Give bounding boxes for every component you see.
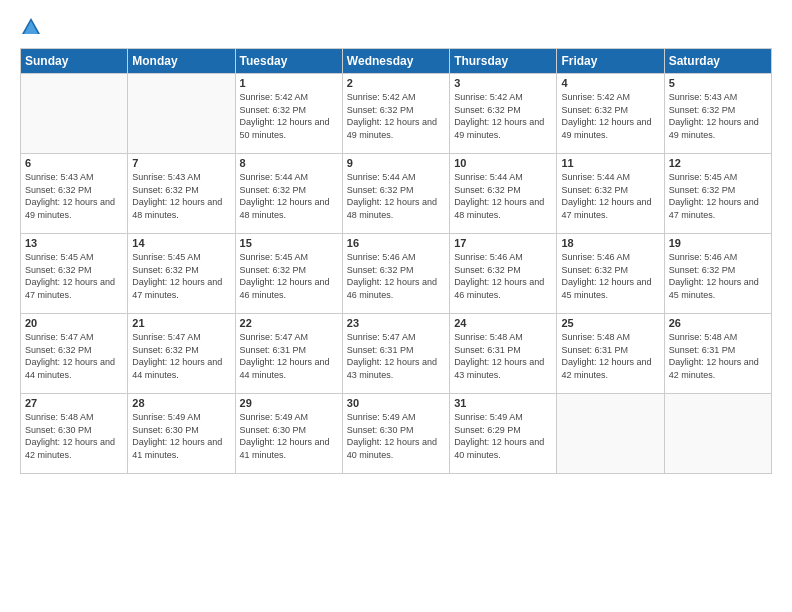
day-number: 24 bbox=[454, 317, 552, 329]
calendar-cell: 15Sunrise: 5:45 AM Sunset: 6:32 PM Dayli… bbox=[235, 234, 342, 314]
calendar-cell: 11Sunrise: 5:44 AM Sunset: 6:32 PM Dayli… bbox=[557, 154, 664, 234]
calendar-cell bbox=[557, 394, 664, 474]
day-number: 15 bbox=[240, 237, 338, 249]
day-number: 22 bbox=[240, 317, 338, 329]
day-info: Sunrise: 5:44 AM Sunset: 6:32 PM Dayligh… bbox=[347, 171, 445, 221]
day-info: Sunrise: 5:49 AM Sunset: 6:30 PM Dayligh… bbox=[240, 411, 338, 461]
calendar-cell bbox=[128, 74, 235, 154]
day-number: 1 bbox=[240, 77, 338, 89]
calendar-cell: 23Sunrise: 5:47 AM Sunset: 6:31 PM Dayli… bbox=[342, 314, 449, 394]
day-number: 6 bbox=[25, 157, 123, 169]
day-info: Sunrise: 5:48 AM Sunset: 6:31 PM Dayligh… bbox=[669, 331, 767, 381]
calendar-cell: 17Sunrise: 5:46 AM Sunset: 6:32 PM Dayli… bbox=[450, 234, 557, 314]
day-number: 2 bbox=[347, 77, 445, 89]
day-info: Sunrise: 5:47 AM Sunset: 6:31 PM Dayligh… bbox=[240, 331, 338, 381]
day-info: Sunrise: 5:49 AM Sunset: 6:30 PM Dayligh… bbox=[132, 411, 230, 461]
day-info: Sunrise: 5:43 AM Sunset: 6:32 PM Dayligh… bbox=[132, 171, 230, 221]
page: SundayMondayTuesdayWednesdayThursdayFrid… bbox=[0, 0, 792, 612]
calendar-cell: 14Sunrise: 5:45 AM Sunset: 6:32 PM Dayli… bbox=[128, 234, 235, 314]
calendar-cell: 25Sunrise: 5:48 AM Sunset: 6:31 PM Dayli… bbox=[557, 314, 664, 394]
calendar-cell: 21Sunrise: 5:47 AM Sunset: 6:32 PM Dayli… bbox=[128, 314, 235, 394]
calendar-cell: 30Sunrise: 5:49 AM Sunset: 6:30 PM Dayli… bbox=[342, 394, 449, 474]
day-number: 27 bbox=[25, 397, 123, 409]
calendar-cell: 18Sunrise: 5:46 AM Sunset: 6:32 PM Dayli… bbox=[557, 234, 664, 314]
day-info: Sunrise: 5:46 AM Sunset: 6:32 PM Dayligh… bbox=[561, 251, 659, 301]
calendar-cell: 22Sunrise: 5:47 AM Sunset: 6:31 PM Dayli… bbox=[235, 314, 342, 394]
calendar-cell: 26Sunrise: 5:48 AM Sunset: 6:31 PM Dayli… bbox=[664, 314, 771, 394]
calendar-cell: 1Sunrise: 5:42 AM Sunset: 6:32 PM Daylig… bbox=[235, 74, 342, 154]
day-info: Sunrise: 5:42 AM Sunset: 6:32 PM Dayligh… bbox=[454, 91, 552, 141]
calendar-cell bbox=[664, 394, 771, 474]
day-info: Sunrise: 5:42 AM Sunset: 6:32 PM Dayligh… bbox=[347, 91, 445, 141]
day-info: Sunrise: 5:46 AM Sunset: 6:32 PM Dayligh… bbox=[669, 251, 767, 301]
day-info: Sunrise: 5:44 AM Sunset: 6:32 PM Dayligh… bbox=[240, 171, 338, 221]
day-number: 25 bbox=[561, 317, 659, 329]
day-info: Sunrise: 5:43 AM Sunset: 6:32 PM Dayligh… bbox=[669, 91, 767, 141]
day-info: Sunrise: 5:44 AM Sunset: 6:32 PM Dayligh… bbox=[561, 171, 659, 221]
calendar-table: SundayMondayTuesdayWednesdayThursdayFrid… bbox=[20, 48, 772, 474]
day-info: Sunrise: 5:45 AM Sunset: 6:32 PM Dayligh… bbox=[240, 251, 338, 301]
header-monday: Monday bbox=[128, 49, 235, 74]
calendar-cell: 13Sunrise: 5:45 AM Sunset: 6:32 PM Dayli… bbox=[21, 234, 128, 314]
calendar-cell: 10Sunrise: 5:44 AM Sunset: 6:32 PM Dayli… bbox=[450, 154, 557, 234]
calendar-cell: 3Sunrise: 5:42 AM Sunset: 6:32 PM Daylig… bbox=[450, 74, 557, 154]
calendar-cell: 4Sunrise: 5:42 AM Sunset: 6:32 PM Daylig… bbox=[557, 74, 664, 154]
day-number: 31 bbox=[454, 397, 552, 409]
day-number: 4 bbox=[561, 77, 659, 89]
calendar-cell: 9Sunrise: 5:44 AM Sunset: 6:32 PM Daylig… bbox=[342, 154, 449, 234]
day-number: 11 bbox=[561, 157, 659, 169]
day-number: 8 bbox=[240, 157, 338, 169]
day-info: Sunrise: 5:45 AM Sunset: 6:32 PM Dayligh… bbox=[132, 251, 230, 301]
calendar-cell: 20Sunrise: 5:47 AM Sunset: 6:32 PM Dayli… bbox=[21, 314, 128, 394]
calendar-cell: 5Sunrise: 5:43 AM Sunset: 6:32 PM Daylig… bbox=[664, 74, 771, 154]
day-number: 14 bbox=[132, 237, 230, 249]
calendar-week-row: 1Sunrise: 5:42 AM Sunset: 6:32 PM Daylig… bbox=[21, 74, 772, 154]
calendar-week-row: 27Sunrise: 5:48 AM Sunset: 6:30 PM Dayli… bbox=[21, 394, 772, 474]
day-number: 18 bbox=[561, 237, 659, 249]
calendar-cell bbox=[21, 74, 128, 154]
calendar-cell: 7Sunrise: 5:43 AM Sunset: 6:32 PM Daylig… bbox=[128, 154, 235, 234]
day-number: 28 bbox=[132, 397, 230, 409]
day-info: Sunrise: 5:49 AM Sunset: 6:30 PM Dayligh… bbox=[347, 411, 445, 461]
header-row: SundayMondayTuesdayWednesdayThursdayFrid… bbox=[21, 49, 772, 74]
calendar-header: SundayMondayTuesdayWednesdayThursdayFrid… bbox=[21, 49, 772, 74]
calendar-body: 1Sunrise: 5:42 AM Sunset: 6:32 PM Daylig… bbox=[21, 74, 772, 474]
calendar-cell: 29Sunrise: 5:49 AM Sunset: 6:30 PM Dayli… bbox=[235, 394, 342, 474]
day-info: Sunrise: 5:43 AM Sunset: 6:32 PM Dayligh… bbox=[25, 171, 123, 221]
day-info: Sunrise: 5:46 AM Sunset: 6:32 PM Dayligh… bbox=[454, 251, 552, 301]
day-info: Sunrise: 5:47 AM Sunset: 6:31 PM Dayligh… bbox=[347, 331, 445, 381]
day-number: 13 bbox=[25, 237, 123, 249]
day-number: 21 bbox=[132, 317, 230, 329]
day-number: 16 bbox=[347, 237, 445, 249]
calendar-week-row: 20Sunrise: 5:47 AM Sunset: 6:32 PM Dayli… bbox=[21, 314, 772, 394]
calendar-cell: 6Sunrise: 5:43 AM Sunset: 6:32 PM Daylig… bbox=[21, 154, 128, 234]
day-number: 20 bbox=[25, 317, 123, 329]
header-wednesday: Wednesday bbox=[342, 49, 449, 74]
day-number: 26 bbox=[669, 317, 767, 329]
day-info: Sunrise: 5:45 AM Sunset: 6:32 PM Dayligh… bbox=[25, 251, 123, 301]
day-number: 5 bbox=[669, 77, 767, 89]
day-info: Sunrise: 5:42 AM Sunset: 6:32 PM Dayligh… bbox=[240, 91, 338, 141]
calendar-cell: 19Sunrise: 5:46 AM Sunset: 6:32 PM Dayli… bbox=[664, 234, 771, 314]
calendar-cell: 12Sunrise: 5:45 AM Sunset: 6:32 PM Dayli… bbox=[664, 154, 771, 234]
calendar-cell: 2Sunrise: 5:42 AM Sunset: 6:32 PM Daylig… bbox=[342, 74, 449, 154]
calendar-week-row: 13Sunrise: 5:45 AM Sunset: 6:32 PM Dayli… bbox=[21, 234, 772, 314]
header bbox=[20, 16, 772, 38]
day-number: 29 bbox=[240, 397, 338, 409]
calendar-cell: 27Sunrise: 5:48 AM Sunset: 6:30 PM Dayli… bbox=[21, 394, 128, 474]
header-friday: Friday bbox=[557, 49, 664, 74]
header-sunday: Sunday bbox=[21, 49, 128, 74]
day-number: 23 bbox=[347, 317, 445, 329]
day-info: Sunrise: 5:49 AM Sunset: 6:29 PM Dayligh… bbox=[454, 411, 552, 461]
header-saturday: Saturday bbox=[664, 49, 771, 74]
calendar-cell: 8Sunrise: 5:44 AM Sunset: 6:32 PM Daylig… bbox=[235, 154, 342, 234]
day-info: Sunrise: 5:44 AM Sunset: 6:32 PM Dayligh… bbox=[454, 171, 552, 221]
day-info: Sunrise: 5:48 AM Sunset: 6:30 PM Dayligh… bbox=[25, 411, 123, 461]
day-info: Sunrise: 5:47 AM Sunset: 6:32 PM Dayligh… bbox=[25, 331, 123, 381]
day-number: 30 bbox=[347, 397, 445, 409]
day-info: Sunrise: 5:46 AM Sunset: 6:32 PM Dayligh… bbox=[347, 251, 445, 301]
header-tuesday: Tuesday bbox=[235, 49, 342, 74]
header-thursday: Thursday bbox=[450, 49, 557, 74]
calendar-cell: 31Sunrise: 5:49 AM Sunset: 6:29 PM Dayli… bbox=[450, 394, 557, 474]
logo-icon bbox=[20, 16, 42, 38]
